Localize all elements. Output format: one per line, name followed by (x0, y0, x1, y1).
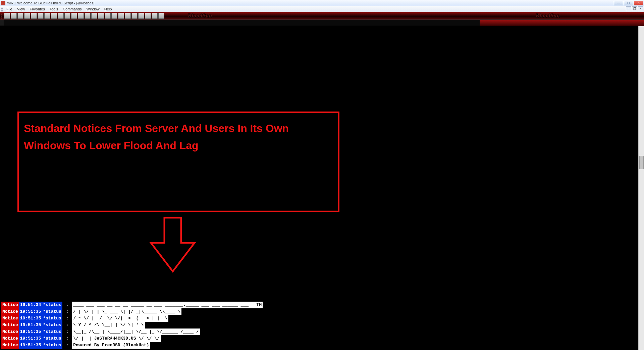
menu-tools[interactable]: Tools (47, 6, 61, 12)
toolbar-button[interactable] (31, 13, 37, 19)
toolbar-button[interactable] (138, 13, 144, 19)
toolbar-button[interactable] (85, 13, 91, 19)
menu-file[interactable]: File (4, 6, 15, 12)
log-message: / ~ \/ | / \/ \/| < _(__ < | | \ (72, 315, 168, 322)
toolbar-button[interactable] (38, 13, 44, 19)
menu-cmd-label: ommands (65, 7, 82, 11)
restore-button[interactable]: ❐ (624, 1, 633, 5)
log-notice-label: Notice (1, 322, 19, 329)
menu-bar: File View Favorites Tools Commands Windo… (0, 6, 644, 12)
log-separator: : (62, 302, 72, 308)
log-message: \ Y / ^ /\ \__| | \/ \| ' \ (72, 322, 145, 329)
log-status: *status (42, 315, 62, 322)
menu-view-label: iew (19, 7, 25, 11)
menu-file-label: ile (9, 7, 12, 11)
log-row: Notice19:51:35*status : \ Y / ^ /\ \__| … (1, 322, 263, 329)
annotation-box: Standard Notices From Server And Users I… (17, 112, 339, 212)
toolbar-button[interactable] (131, 13, 138, 19)
menu-favorites[interactable]: Favorites (27, 6, 47, 12)
toolbar-button[interactable] (44, 13, 50, 19)
menu-tools-label: ools (51, 7, 58, 11)
close-button[interactable]: ✕ (634, 1, 643, 5)
toolbar: BloodSan BloodSan (0, 12, 644, 19)
toolbar-separator (1, 13, 3, 19)
log-notice-label: Notice (1, 329, 19, 335)
title-bar: mIRC Welcome To BlueHell mIRC Script - [… (0, 0, 644, 6)
log-separator: : (62, 335, 72, 342)
menu-fav-label: vorites (34, 7, 45, 11)
log-notice-label: Notice (1, 308, 19, 315)
log-time: 19:51:35 (19, 329, 42, 335)
toolbar-button[interactable] (152, 13, 158, 19)
log-time: 19:51:35 (19, 308, 42, 315)
toolbar-button[interactable] (91, 13, 97, 19)
menu-window[interactable]: Window (84, 6, 102, 12)
log-time: 19:51:35 (19, 335, 42, 342)
toolbar-button[interactable] (11, 13, 17, 19)
toolbar-button[interactable] (24, 13, 30, 19)
log-row: Notice19:51:35*status : / ~ \/ | / \/ \/… (1, 315, 263, 322)
log-time: 19:51:34 (19, 302, 42, 308)
menu-commands[interactable]: Commands (60, 6, 84, 12)
toolbar-buttons (4, 13, 165, 19)
toolbar-button[interactable] (118, 13, 124, 19)
log-notice-label: Notice (1, 342, 19, 349)
switchbar-strip (480, 20, 644, 26)
log-row: Notice19:51:34*status : ____ ___ ___ __ … (1, 302, 263, 308)
mdi-minimize-button[interactable]: – (626, 6, 631, 11)
menu-help[interactable]: Help (102, 6, 114, 12)
mdi-controls: – ❐ × (626, 6, 643, 11)
app-icon (1, 1, 5, 5)
window-title: mIRC Welcome To BlueHell mIRC Script - [… (7, 1, 614, 5)
notices-log: Notice19:51:34*status : ____ ___ ___ __ … (1, 302, 263, 349)
toolbar-button[interactable] (17, 13, 23, 19)
switch-tab[interactable] (0, 20, 4, 26)
log-time: 19:51:35 (19, 322, 42, 329)
log-row: Notice19:51:35*status : \/ |__| JeSTeR@H… (1, 335, 263, 342)
log-message: \/ |__| JeSTeR@H4CK3D.US \/ \/ \/ (72, 335, 160, 342)
log-status: *status (42, 329, 62, 335)
scrollbar-thumb[interactable] (639, 156, 644, 169)
log-message: Powered By FreeBSD (BlackHat) (72, 342, 150, 349)
log-row: Notice19:51:35*status : \__|_ /\__ | \__… (1, 329, 263, 335)
toolbar-button[interactable] (4, 13, 10, 19)
toolbar-button[interactable] (78, 13, 84, 19)
toolbar-button[interactable] (125, 13, 131, 19)
log-time: 19:51:35 (19, 342, 42, 349)
toolbar-button[interactable] (145, 13, 151, 19)
content-area: Standard Notices From Server And Users I… (0, 26, 644, 350)
brand-label-left: BloodSan (188, 13, 212, 19)
menu-grip (1, 7, 3, 11)
menu-view[interactable]: View (15, 6, 28, 12)
toolbar-button[interactable] (111, 13, 117, 19)
toolbar-button[interactable] (64, 13, 70, 19)
toolbar-button[interactable] (105, 13, 111, 19)
log-notice-label: Notice (1, 335, 19, 342)
log-message: \__|_ /\__ | \____/|__| \/__ |_ \/______… (72, 329, 200, 335)
log-message: ____ ___ ___ __ __ __ _____ __ ___ _____… (72, 302, 263, 308)
switch-bar (0, 19, 644, 26)
log-notice-label: Notice (1, 315, 19, 322)
mdi-restore-button[interactable]: ❐ (632, 6, 637, 11)
log-status: *status (42, 335, 62, 342)
mdi-close-button[interactable]: × (638, 6, 643, 11)
toolbar-button[interactable] (158, 13, 164, 19)
log-status: *status (42, 302, 62, 308)
arrow-down-icon (149, 216, 196, 273)
log-separator: : (62, 329, 72, 335)
toolbar-button[interactable] (71, 13, 77, 19)
log-time: 19:51:35 (19, 315, 42, 322)
brand-label-right: BloodSan (536, 13, 560, 19)
log-message: / | \/ | | \_ ___ \| |/ _|\_____ \\____ … (72, 308, 181, 315)
log-status: *status (42, 342, 62, 349)
annotation-text: Standard Notices From Server And Users I… (24, 120, 333, 154)
log-row: Notice19:51:35*status : / | \/ | | \_ __… (1, 308, 263, 315)
menu-help-label: elp (107, 7, 112, 11)
toolbar-button[interactable] (58, 13, 64, 19)
log-separator: : (62, 342, 72, 349)
minimize-button[interactable]: — (614, 1, 623, 5)
toolbar-button[interactable] (51, 13, 57, 19)
vertical-scrollbar[interactable] (638, 26, 644, 350)
toolbar-button[interactable] (98, 13, 104, 19)
log-separator: : (62, 322, 72, 329)
